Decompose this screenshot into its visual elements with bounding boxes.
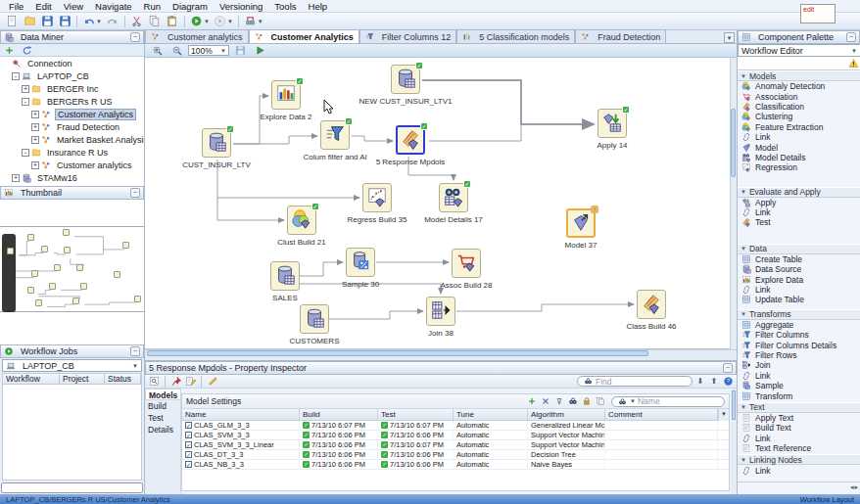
workflow-canvas[interactable]: ✓Explore Data 2✓NEW CUST_INSUR_LTV1✓CUST… xyxy=(145,58,730,349)
palette-item-anomaly-detection[interactable]: Anomaly Detection xyxy=(738,81,860,91)
tab-customer-analytics[interactable]: Customer analytics xyxy=(145,29,249,43)
minimize-icon[interactable]: − xyxy=(130,32,140,42)
palette-item-create-table[interactable]: Create Table xyxy=(738,254,860,264)
menu-item-help[interactable]: Help xyxy=(303,0,334,13)
node-class-build-46[interactable] xyxy=(637,290,666,319)
minimize-icon[interactable]: − xyxy=(130,346,140,356)
tree-item-insurance-r-us[interactable]: -Insurance R Us xyxy=(0,146,144,159)
workflow-jobs-table-body[interactable] xyxy=(2,385,142,481)
zoom-out-icon[interactable] xyxy=(168,43,186,59)
palette-item-apply[interactable]: Apply xyxy=(738,198,860,207)
tree-toggle-icon[interactable]: + xyxy=(31,161,39,169)
table-column-tune[interactable]: Tune xyxy=(454,409,528,420)
find-next-icon[interactable]: ⬇ xyxy=(694,376,706,388)
name-filter-input[interactable]: ▼ Name xyxy=(611,396,725,407)
palette-section-models[interactable]: ▼Models xyxy=(738,70,860,81)
chevron-down-icon[interactable]: ▼ xyxy=(258,19,263,24)
palette-item-filter-columns[interactable]: Filter Columns xyxy=(738,330,860,340)
view-icon[interactable] xyxy=(567,395,579,407)
refresh-icon[interactable] xyxy=(22,45,33,56)
palette-item-filter-rows[interactable]: Filter Rows xyxy=(738,350,860,360)
move-down-icon[interactable]: ⊽ xyxy=(553,395,565,407)
tree-item-connection[interactable]: Connection xyxy=(0,57,144,69)
menu-item-versioning[interactable]: Versioning xyxy=(214,0,268,13)
node-join-38[interactable] xyxy=(426,297,455,326)
palette-item-test[interactable]: Test xyxy=(738,217,860,227)
connection-select[interactable]: LAPTOP_CB ▼ xyxy=(2,359,142,372)
checkbox-checked-icon[interactable]: ✓ xyxy=(185,461,192,468)
palette-item-filter-columns-details[interactable]: Filter Columns Details xyxy=(738,340,860,349)
table-column-name[interactable]: Name xyxy=(182,409,300,420)
palette-item-explore-data[interactable]: Explore Data xyxy=(738,274,860,284)
tree-item-laptop_cb[interactable]: -LAPTOP_CB xyxy=(0,69,144,82)
checkbox-checked-icon[interactable]: ✓ xyxy=(185,432,192,438)
inspector-tab-build[interactable]: Build xyxy=(145,400,180,412)
workflow-edge[interactable] xyxy=(352,136,393,141)
tree-item-berger-inc[interactable]: +BERGER Inc xyxy=(0,82,144,95)
redo-icon[interactable] xyxy=(104,14,121,29)
workflow-edge[interactable] xyxy=(217,198,284,220)
tab-customer-analytics[interactable]: Customer Analytics xyxy=(249,29,359,43)
checkbox-checked-icon[interactable]: ✓ xyxy=(185,441,192,448)
palette-item-link[interactable]: Link xyxy=(738,132,860,142)
table-column-comment[interactable]: Comment xyxy=(605,409,718,420)
column-chooser-icon[interactable]: ▼ xyxy=(718,409,729,421)
zoom-in-icon[interactable] xyxy=(149,43,167,59)
save-icon[interactable] xyxy=(38,14,56,29)
palette-item-clustering[interactable]: Clustering xyxy=(738,112,860,121)
scroll-right-icon[interactable]: ▸ xyxy=(854,483,858,491)
palette-item-link[interactable]: Link xyxy=(738,465,860,475)
palette-item-build-text[interactable]: Build Text xyxy=(738,423,860,433)
lock-icon[interactable] xyxy=(581,395,593,407)
workflow-edge[interactable] xyxy=(233,136,317,144)
palette-item-link[interactable]: Link xyxy=(738,285,860,295)
scroll-left-icon[interactable]: ◂ xyxy=(850,483,854,491)
tree-item-fraud-detection[interactable]: +Fraud Detection xyxy=(0,120,144,133)
jobs-column-project[interactable]: Project xyxy=(60,374,105,384)
zoom-level-select[interactable]: 100% ▼ xyxy=(188,45,229,56)
palette-item-regression[interactable]: Regression xyxy=(738,162,860,172)
tree-toggle-icon[interactable]: - xyxy=(12,72,20,80)
table-column-build[interactable]: Build xyxy=(300,409,378,420)
table-column-test[interactable]: Test xyxy=(378,409,454,420)
menu-item-run[interactable]: Run xyxy=(138,0,167,13)
cut-icon[interactable] xyxy=(128,14,146,29)
chevron-down-icon[interactable]: ▼ xyxy=(204,19,210,24)
tree-toggle-icon[interactable]: + xyxy=(31,136,39,144)
tab-filter-columns-12[interactable]: Filter Columns 12 xyxy=(359,29,457,43)
find-prev-icon[interactable]: ⬆ xyxy=(708,376,720,388)
canvas-vertical-scrollbar-thumb[interactable] xyxy=(731,109,736,177)
thumbnail-viewport[interactable] xyxy=(2,234,16,312)
menu-item-edit[interactable]: Edit xyxy=(29,0,57,13)
delete-model-icon[interactable] xyxy=(540,395,551,407)
checkbox-checked-icon[interactable]: ✓ xyxy=(185,422,192,429)
jobs-column-status[interactable]: Status xyxy=(105,374,141,384)
save-image-icon[interactable] xyxy=(231,43,249,59)
menu-item-view[interactable]: View xyxy=(58,0,89,13)
tree-toggle-icon[interactable]: + xyxy=(12,174,20,182)
tree-item-stamw16[interactable]: +STAMw16 xyxy=(0,171,144,184)
add-connection-icon[interactable] xyxy=(4,45,16,56)
palette-section-data[interactable]: ▼Data xyxy=(738,244,860,254)
palette-section-transforms[interactable]: ▼Transforms xyxy=(738,309,860,320)
palette-item-link[interactable]: Link xyxy=(738,434,860,443)
node-customers[interactable] xyxy=(300,304,329,334)
save-all-icon[interactable] xyxy=(56,14,73,29)
table-row[interactable]: ✓CLAS_GLM_3_3✓7/13/10 6:07 PM✓7/13/10 6:… xyxy=(182,421,729,431)
canvas-horizontal-scrollbar-thumb[interactable] xyxy=(147,350,648,356)
minimize-icon[interactable]: − xyxy=(130,188,140,198)
palette-section-evaluate-and-apply[interactable]: ▼Evaluate and Apply xyxy=(738,187,860,198)
run-workflow-icon[interactable] xyxy=(251,43,268,59)
tree-toggle-icon[interactable]: + xyxy=(31,111,39,118)
zoom-box-icon[interactable] xyxy=(148,376,160,388)
chevron-down-icon[interactable]: ▼ xyxy=(227,19,233,24)
node-sample-30[interactable] xyxy=(346,248,375,277)
table-row[interactable]: ✓CLAS_NB_3_3✓7/13/10 6:06 PM✓7/13/10 6:0… xyxy=(182,460,729,470)
tree-toggle-icon[interactable]: + xyxy=(22,85,29,93)
table-row[interactable]: ✓CLAS_DT_3_3✓7/13/10 6:06 PM✓7/13/10 6:0… xyxy=(182,450,729,460)
palette-item-data-source[interactable]: Data Source xyxy=(738,264,860,274)
workflow-edge[interactable] xyxy=(329,311,423,319)
tree-toggle-icon[interactable]: + xyxy=(31,123,39,131)
palette-scroll-row[interactable]: ◂ ▸ xyxy=(738,481,860,491)
palette-item-aggregate[interactable]: Aggregate xyxy=(738,320,860,330)
